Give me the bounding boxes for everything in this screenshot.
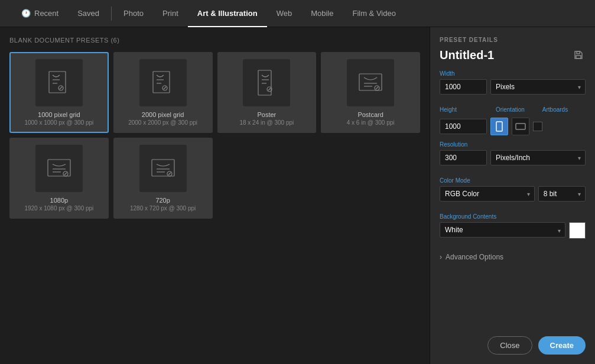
preset-grid: 1000 pixel grid 1000 x 1000 px @ 300 ppi…	[9, 52, 420, 219]
preset-name-postcard: Postcard	[357, 111, 383, 118]
nav-label-art-illustration: Art & Illustration	[197, 9, 258, 18]
nav-item-saved[interactable]: Saved	[68, 0, 109, 27]
color-mode-select[interactable]: RGB Color CMYK Color Grayscale Lab Color…	[440, 186, 535, 202]
preset-name-poster: Poster	[257, 111, 276, 118]
resolution-label: Resolution	[440, 141, 586, 148]
bottom-buttons: Close Create	[440, 330, 586, 355]
height-label: Height	[440, 106, 457, 113]
nav-item-art-illustration[interactable]: Art & Illustration	[188, 0, 267, 27]
resolution-group: Resolution Pixels/Inch Pixels/Centimeter	[440, 141, 586, 171]
doc-title: Untitled-1	[440, 48, 494, 62]
preset-icon-1000-grid	[35, 59, 83, 106]
preset-size-1000-grid: 1000 x 1000 px @ 300 ppi	[24, 119, 93, 126]
orientation-label: Orientation	[496, 106, 525, 113]
bg-color-swatch[interactable]	[569, 222, 586, 239]
landscape-button[interactable]	[512, 118, 529, 135]
width-label: Width	[440, 70, 586, 77]
nav-label-photo: Photo	[123, 9, 144, 18]
doc-title-row: Untitled-1	[440, 48, 586, 62]
width-input[interactable]	[440, 79, 487, 95]
bg-contents-select[interactable]: White Black Background Color Transparent…	[440, 222, 565, 238]
preset-count: (6)	[110, 37, 119, 44]
preset-icon-postcard	[347, 59, 394, 106]
chevron-right-icon: ›	[440, 253, 442, 261]
preset-name-1080p: 1080p	[50, 197, 69, 204]
nav-label-print: Print	[162, 9, 178, 18]
nav-label-web: Web	[277, 9, 292, 18]
svg-rect-13	[576, 56, 581, 58]
nav-label-saved: Saved	[77, 9, 99, 18]
preset-name-2000-grid: 2000 pixel grid	[142, 111, 184, 118]
preset-card-2000-grid[interactable]: 2000 pixel grid 2000 x 2000 px @ 300 ppi	[113, 52, 213, 133]
preset-icon-720p	[139, 145, 187, 192]
create-button[interactable]: Create	[538, 336, 586, 355]
section-title-text: BLANK DOCUMENT PRESETS	[9, 37, 109, 44]
section-title: BLANK DOCUMENT PRESETS (6)	[9, 37, 420, 44]
svg-rect-14	[496, 122, 502, 131]
svg-rect-6	[359, 74, 382, 90]
resolution-input[interactable]	[440, 150, 487, 165]
nav-label-recent: Recent	[34, 9, 58, 18]
nav-item-mobile[interactable]: Mobile	[301, 0, 343, 27]
width-unit-select[interactable]: Pixels Inches Centimeters Millimeters Po…	[490, 79, 586, 95]
clock-icon: 🕐	[21, 9, 31, 18]
nav-item-web[interactable]: Web	[267, 0, 302, 27]
svg-rect-15	[516, 124, 525, 129]
preset-size-720p: 1280 x 720 px @ 300 ppi	[130, 205, 196, 212]
preset-size-postcard: 4 x 6 in @ 300 ppi	[347, 119, 395, 126]
bg-contents-wrapper: White Black Background Color Transparent…	[440, 222, 565, 239]
top-nav: 🕐 Recent Saved Photo Print Art & Illustr…	[0, 0, 595, 27]
nav-item-recent[interactable]: 🕐 Recent	[12, 0, 68, 27]
width-group: Width Pixels Inches Centimeters Millimet…	[440, 70, 586, 100]
nav-item-print[interactable]: Print	[153, 0, 188, 27]
width-unit-wrapper: Pixels Inches Centimeters Millimeters Po…	[490, 79, 586, 95]
svg-rect-8	[48, 160, 70, 176]
save-preset-icon[interactable]	[571, 48, 586, 62]
color-mode-row: RGB Color CMYK Color Grayscale Lab Color…	[440, 186, 586, 202]
preset-card-1080p[interactable]: 1080p 1920 x 1080 px @ 300 ppi	[9, 138, 109, 219]
bg-contents-group: Background Contents White Black Backgrou…	[440, 213, 586, 245]
svg-rect-2	[153, 72, 170, 93]
resolution-row: Pixels/Inch Pixels/Centimeter	[440, 150, 586, 165]
main-layout: BLANK DOCUMENT PRESETS (6) 1000 pixel gr…	[0, 27, 595, 364]
color-mode-group: Color Mode RGB Color CMYK Color Grayscal…	[440, 177, 586, 207]
left-panel: BLANK DOCUMENT PRESETS (6) 1000 pixel gr…	[0, 27, 430, 364]
preset-icon-poster	[243, 59, 290, 106]
right-panel: PRESET DETAILS Untitled-1 Width Pixels I…	[430, 27, 595, 364]
advanced-options[interactable]: › Advanced Options	[440, 253, 586, 261]
nav-item-photo[interactable]: Photo	[114, 0, 153, 27]
nav-divider	[111, 6, 112, 21]
bg-contents-label: Background Contents	[440, 213, 586, 220]
advanced-options-label: Advanced Options	[446, 253, 503, 261]
preset-size-poster: 18 x 24 in @ 300 ppi	[239, 119, 294, 126]
preset-icon-1080p	[35, 145, 83, 192]
preset-card-720p[interactable]: 720p 1280 x 720 px @ 300 ppi	[113, 138, 213, 219]
preset-size-1080p: 1920 x 1080 px @ 300 ppi	[24, 205, 93, 212]
svg-rect-10	[152, 160, 174, 176]
nav-item-film-video[interactable]: Film & Video	[343, 0, 405, 27]
color-mode-label: Color Mode	[440, 177, 586, 184]
resolution-unit-wrapper: Pixels/Inch Pixels/Centimeter	[490, 150, 586, 165]
preset-name-1000-grid: 1000 pixel grid	[38, 111, 80, 118]
preset-name-720p: 720p	[155, 197, 170, 204]
svg-rect-12	[577, 51, 580, 54]
nav-label-mobile: Mobile	[311, 9, 333, 18]
close-button[interactable]: Close	[487, 336, 532, 355]
height-input[interactable]	[440, 119, 487, 134]
portrait-button[interactable]	[490, 118, 508, 135]
preset-card-poster[interactable]: Poster 18 x 24 in @ 300 ppi	[217, 52, 317, 133]
svg-rect-0	[49, 72, 66, 93]
artboards-label: Artboards	[542, 106, 568, 113]
artboard-checkbox[interactable]	[533, 122, 542, 131]
preset-details-label: PRESET DETAILS	[440, 37, 586, 43]
preset-card-1000-grid[interactable]: 1000 pixel grid 1000 x 1000 px @ 300 ppi	[9, 52, 109, 133]
resolution-unit-select[interactable]: Pixels/Inch Pixels/Centimeter	[490, 150, 586, 165]
width-row: Pixels Inches Centimeters Millimeters Po…	[440, 79, 586, 95]
bg-contents-row: White Black Background Color Transparent…	[440, 222, 586, 239]
preset-icon-2000-grid	[139, 59, 187, 106]
nav-label-film-video: Film & Video	[352, 9, 395, 18]
preset-size-2000-grid: 2000 x 2000 px @ 300 ppi	[128, 119, 197, 126]
color-depth-select[interactable]: 8 bit 16 bit 32 bit	[538, 186, 586, 202]
color-mode-wrapper: RGB Color CMYK Color Grayscale Lab Color…	[440, 186, 535, 202]
preset-card-postcard[interactable]: Postcard 4 x 6 in @ 300 ppi	[321, 52, 420, 133]
